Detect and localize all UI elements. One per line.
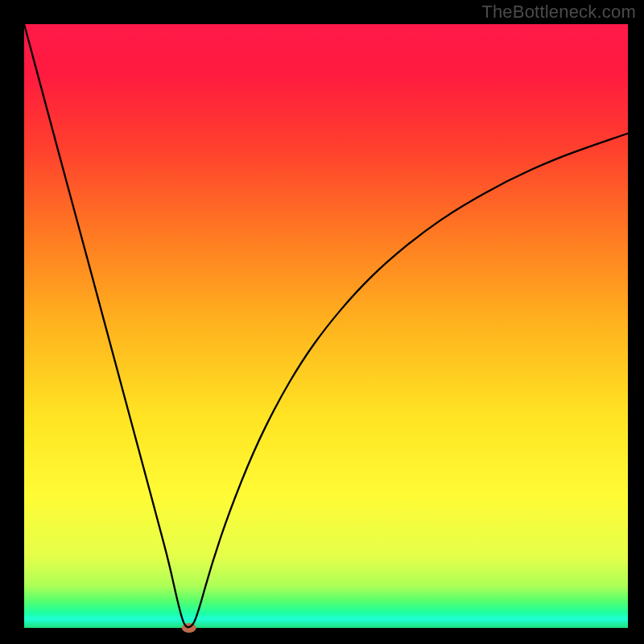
chart-svg — [0, 0, 644, 644]
chart-frame: TheBottleneck.com — [0, 0, 644, 644]
plot-background — [24, 24, 628, 628]
